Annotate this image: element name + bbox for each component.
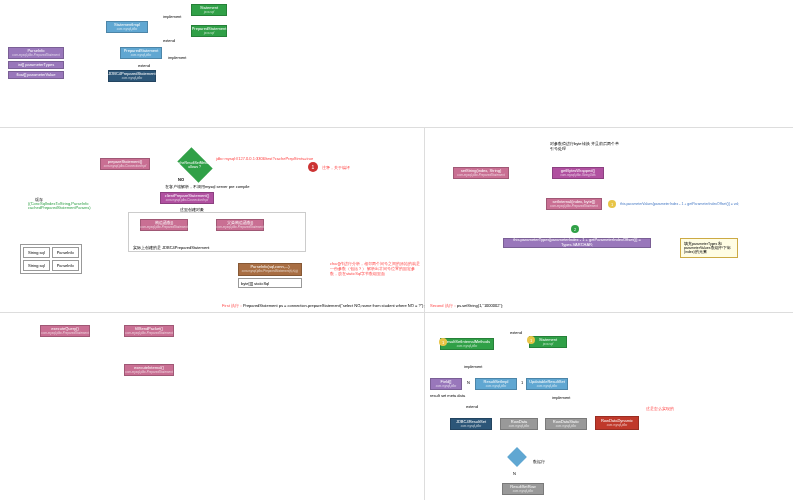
box-sub: com.mysql.jdbc.StringUtils <box>560 174 595 178</box>
box-sub: com.mysql.jdbc <box>457 345 478 349</box>
box-sub: com.mysql.jdbc <box>117 28 138 32</box>
box-sub: com.mysql.jdbc.PreparedStatement的构造 <box>242 270 299 274</box>
fill-note: 填充parameterTypes 和parameterValues 数组中下标(… <box>680 238 738 258</box>
box-sub: com.mysql.jdbc.PreparedStatement <box>12 54 60 58</box>
parse-side-note: char[]作进行分析，相邻两个问号之间的原始的就是一份参数（包括？） 解析出非… <box>330 262 420 276</box>
box-sub: com.mysql.jdbc.PreparedStatement <box>550 205 598 209</box>
num-y2: 1 <box>527 336 535 344</box>
box-sub: com.mysql.jdbc.ConnectionImpl <box>104 165 146 169</box>
field-param-types: int[] parameterTypes <box>8 61 64 69</box>
box-sub: com.mysql.jdbc <box>461 425 482 429</box>
prepared-stmt-class: PreparedStatement com.mysql.jdbc <box>120 47 162 59</box>
byte-field: byte[][] staticSql <box>238 278 302 288</box>
diamond-text: cacheResultSetMetadata allows ? <box>175 161 214 169</box>
rel-ext-br: extend <box>510 330 522 335</box>
row-diamond <box>507 447 527 467</box>
parseinfo-construct: ParseInfo(sql,conn,...) com.mysql.jdbc.P… <box>238 263 302 276</box>
data-row-lbl: 数据行 <box>533 459 545 464</box>
rel-extend-2: extend <box>138 63 150 68</box>
note-text: 填充parameterTypes 和parameterValues 数组中下标(… <box>684 242 731 254</box>
client-parse-note: 在客户端解析，不调用mysql server pre compile <box>165 184 249 189</box>
jdbc4-rs: JDBC4ResultSet com.mysql.jdbc <box>450 418 492 430</box>
box-sub: com.mysql.jdbc.PreparedStatement <box>457 174 505 178</box>
no-label: NO <box>178 177 184 182</box>
parent-constructor: 父类构造函数() com.mysql.jdbc.PreparedStatemen… <box>216 219 264 231</box>
cell: String sql <box>23 247 50 258</box>
box-sub: com.mysql.jdbc <box>436 385 457 389</box>
fill-packet: fillSendPacket() com.mysql.jdbc.Prepared… <box>124 325 174 337</box>
storage-detail: ((ConcSqlIndexToString,ParseInfo cachedP… <box>28 202 98 211</box>
client-prepare: clientPrepareStatement() com.mysql.jdbc.… <box>160 192 214 204</box>
field-text: float[] parameterValue <box>16 73 55 78</box>
rel-extend: extend <box>163 38 175 43</box>
n-label: N <box>467 380 470 385</box>
execute-query: executeQuery() com.mysql.jdbc.PreparedSt… <box>40 325 90 337</box>
prepared-interface: PreparedStatement java.sql <box>191 25 227 37</box>
jdbc-url: jdbc:mysql://127.0.0.1:3306/test?cachePr… <box>216 156 313 161</box>
box-sub: com.mysql.jdbc.ConnectionImpl <box>166 199 208 203</box>
row-data-dynamic: RowDataDynamic com.mysql.jdbc <box>595 416 639 430</box>
n-label-2: N <box>513 471 516 476</box>
jdbc4-prepared: JDBC4PreparedStatement com.mysql.jdbc <box>108 70 156 82</box>
box-sub: com.mysql.jdbc <box>607 424 628 428</box>
rel-impl-br: implement <box>464 364 482 369</box>
expr-text: this.parameterTypes[parameterIndex - 1 +… <box>506 238 648 248</box>
box-sub: com.mysql.jdbc <box>131 54 152 58</box>
rs-impl: ResultSetImpl com.mysql.jdbc <box>475 378 517 390</box>
rel-implement-2: implement <box>168 55 186 60</box>
num-1: 1 <box>608 200 616 208</box>
rel-impl-br2: implement <box>552 395 570 400</box>
statement-interface: Statement java.sql <box>191 4 227 16</box>
statement-impl: StatementImpl com.mysql.jdbc <box>106 21 148 33</box>
field-param-value: float[] parameterValue <box>8 71 64 79</box>
one-label: 1 <box>521 380 523 385</box>
circle-1: 1 <box>308 162 318 172</box>
set-string: setString(index, String) com.mysql.jdbc.… <box>453 167 509 179</box>
rel-ext-br2: extend <box>466 404 478 409</box>
rs-row: ResultSetRow com.mysql.jdbc <box>502 483 544 495</box>
compile-note: 注释，关于编译 <box>322 165 350 170</box>
row-data-static: RowDataStatic com.mysql.jdbc <box>545 418 587 430</box>
upd-rs: UpdatableResultSet com.mysql.jdbc <box>526 378 568 390</box>
num-y1: 1 <box>439 338 447 346</box>
field-note: result set meta data <box>430 393 465 398</box>
dynamic-note: 这是怎么实现的 <box>646 406 674 411</box>
expr-1: this.parameterValues[parameterIndex - 1 … <box>620 202 739 206</box>
box-sub: com.mysql.jdbc <box>556 425 577 429</box>
second-caption: Second 执行：ps.setString(1,"1000002"); <box>430 303 503 308</box>
box-sub: com.mysql.jdbc.PreparedStatement <box>216 226 264 230</box>
field-text: int[] parameterTypes <box>18 63 54 68</box>
rs-methods: ResultSetInternalMethods com.mysql.jdbc <box>440 338 494 350</box>
get-bytes: getBytesWrapped() com.mysql.jdbc.StringU… <box>552 167 604 179</box>
field-text: byte[][] staticSql <box>241 281 269 286</box>
cell: String sql <box>23 260 50 271</box>
execute-internal: executeInternal() com.mysql.jdbc.Prepare… <box>124 364 174 376</box>
box-sub: com.mysql.jdbc.PreparedStatement <box>140 226 188 230</box>
expr-2-box: this.parameterTypes[parameterIndex - 1 +… <box>503 238 651 248</box>
rel-implement: implement <box>163 14 181 19</box>
box-sub: com.mysql.jdbc.PreparedStatement <box>125 371 173 375</box>
cell: ParseInfo <box>52 260 79 271</box>
actual-create-note: 实际上创建的是 JDBC4PreparedStatement <box>133 245 209 250</box>
box-sub: com.mysql.jdbc <box>122 77 143 81</box>
box-sub: com.mysql.jdbc <box>486 385 507 389</box>
row-data: RowData com.mysql.jdbc <box>500 418 538 430</box>
box-sub: java.sql <box>543 343 553 347</box>
parseinfo-class: ParseInfo com.mysql.jdbc.PreparedStateme… <box>8 47 64 59</box>
prepare-stmt-method: prepareStatement() com.mysql.jdbc.Connec… <box>100 158 150 170</box>
box-sub: java.sql <box>204 32 214 36</box>
set-internal: setInternal(index, byte[]) com.mysql.jdb… <box>546 198 602 210</box>
box-sub: com.mysql.jdbc.PreparedStatement <box>125 332 173 336</box>
box-sub: com.mysql.jdbc <box>513 490 534 494</box>
cache-table: String sqlParseInfo String sqlParseInfo <box>20 244 82 274</box>
box-sub: com.mysql.jdbc <box>537 385 558 389</box>
num-2: 2 <box>571 225 579 233</box>
byte-convert-note: 对参数值进行byte转换 并且前后两个单引号处理 <box>550 142 620 152</box>
constructor: 构造函数() com.mysql.jdbc.PreparedStatement <box>140 219 188 231</box>
box-sub: java.sql <box>204 11 214 15</box>
first-caption: First 执行：First 执行：PreparedStatement ps =… <box>222 303 425 308</box>
field-class: Field[] com.mysql.jdbc <box>430 378 462 390</box>
cell: ParseInfo <box>52 247 79 258</box>
box-sub: com.mysql.jdbc.PreparedStatement <box>41 332 89 336</box>
box-sub: com.mysql.jdbc <box>509 425 530 429</box>
